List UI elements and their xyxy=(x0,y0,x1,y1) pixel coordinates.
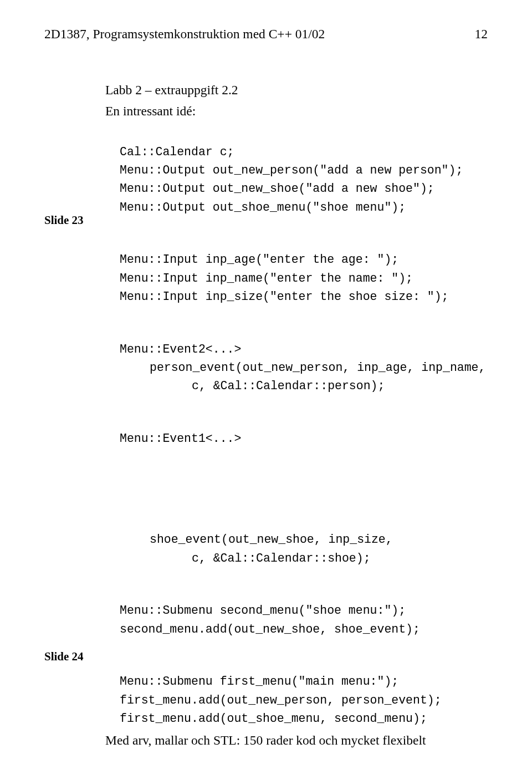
page-header: 2D1387, Programsystemkonstruktion med C+… xyxy=(44,27,488,42)
slide-23: Slide 23 Labb 2 – extrauppgift 2.2 En in… xyxy=(44,83,488,448)
code-line: c, &Cal::Calendar::person); xyxy=(105,379,385,393)
code-line: Menu::Output out_new_shoe("add a new sho… xyxy=(105,182,434,195)
code-line: c, &Cal::Calendar::shoe); xyxy=(105,552,371,565)
code-line: Menu::Input inp_size("enter the shoe siz… xyxy=(105,290,449,303)
code-line: Menu::Event1<...> xyxy=(105,432,241,445)
page: 2D1387, Programsystemkonstruktion med C+… xyxy=(0,0,532,759)
code-line: Menu::Input inp_name("enter the name: ")… xyxy=(105,272,413,285)
slide-label: Slide 24 xyxy=(44,650,84,664)
summary-line: Med arv, mallar och STL: 150 rader kod o… xyxy=(105,730,488,750)
code-line: Menu::Output out_new_person("add a new p… xyxy=(105,164,463,177)
code-line: Menu::Submenu first_menu("main menu:"); xyxy=(105,675,398,688)
code-line: Menu::Input inp_age("enter the age: "); xyxy=(105,253,398,266)
code-line: Cal::Calendar c; xyxy=(105,145,234,159)
slide-24: Slide 24 shoe_event(out_new_shoe, inp_si… xyxy=(44,512,488,759)
code-line: second_menu.add(out_new_shoe, shoe_event… xyxy=(105,623,420,636)
slide-label: Slide 23 xyxy=(44,213,84,227)
code-line: Menu::Event2<...> xyxy=(105,343,241,356)
header-text: 2D1387, Programsystemkonstruktion med C+… xyxy=(44,27,325,41)
intro-text: En intressant idé: xyxy=(105,101,488,121)
slide-title: Labb 2 – extrauppgift 2.2 xyxy=(105,83,488,98)
code-line: Menu::Submenu second_menu("shoe menu:"); xyxy=(105,604,406,617)
code-line: person_event(out_new_person, inp_age, in… xyxy=(105,361,485,374)
code-line: shoe_event(out_new_shoe, inp_size, xyxy=(105,533,393,546)
code-line: first_menu.add(out_shoe_menu, second_men… xyxy=(105,712,427,725)
code-line: Menu::Output out_shoe_menu("shoe menu"); xyxy=(105,201,406,214)
code-line: first_menu.add(out_new_person, person_ev… xyxy=(105,694,442,707)
page-number: 12 xyxy=(475,27,488,42)
